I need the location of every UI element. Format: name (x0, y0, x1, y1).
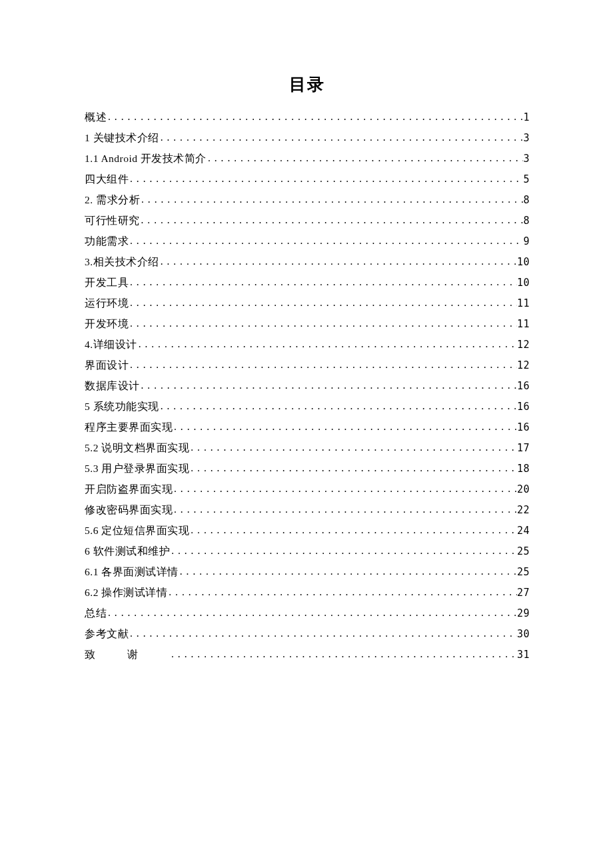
toc-entry-leader (170, 645, 517, 665)
toc-entry-label: 界面设计 (85, 355, 129, 375)
toc-entry-label: 6 软件测试和维护 (85, 541, 170, 561)
toc-entry-leader (173, 479, 517, 499)
toc-entry-leader (107, 107, 523, 127)
toc-entry-page: 16 (517, 397, 530, 417)
toc-title: 目录 (85, 73, 530, 95)
toc-entry-label: 概述 (85, 107, 107, 127)
toc-entry-label: 修改密码界面实现 (85, 500, 173, 520)
toc-entry-page: 11 (517, 293, 530, 313)
toc-entry: 开发环境11 (85, 314, 530, 335)
toc-entry-leader (107, 603, 517, 623)
toc-entry-leader (129, 624, 517, 644)
toc-entry: 6.2 操作测试详情27 (85, 583, 530, 603)
toc-entry-page: 10 (517, 273, 530, 293)
toc-entry-page: 1 (523, 107, 530, 127)
toc-entry-page: 3 (523, 149, 530, 169)
toc-entry-label: 总结 (85, 603, 107, 623)
toc-entry-page: 5 (523, 169, 530, 189)
toc-entry-label: 数据库设计 (85, 376, 140, 396)
toc-entry: 修改密码界面实现22 (85, 500, 530, 521)
toc-entry-label: 3.相关技术介绍 (85, 252, 159, 272)
toc-entry-label: 6.1 各界面测试详情 (85, 562, 179, 582)
toc-entry-leader (129, 314, 517, 334)
toc-entry: 4.详细设计12 (85, 335, 530, 355)
toc-entry-leader (179, 562, 517, 582)
toc-entry-page: 30 (517, 624, 530, 644)
toc-entry: 数据库设计16 (85, 376, 530, 397)
toc-entry-leader (129, 169, 523, 189)
toc-entry-page: 16 (517, 376, 530, 396)
toc-entry-leader (140, 376, 517, 396)
toc-entry-page: 11 (517, 314, 530, 334)
toc-entry-label: 1.1 Android 开发技术简介 (85, 149, 207, 169)
toc-entry: 总结29 (85, 603, 530, 624)
toc-entry-page: 8 (523, 190, 530, 210)
toc-entry-page: 31 (517, 645, 530, 665)
toc-entry: 5 系统功能实现 16 (85, 397, 530, 417)
toc-entry-label: 1 关键技术介绍 (85, 128, 159, 148)
toc-entry-page: 12 (517, 355, 530, 375)
toc-entry: 6 软件测试和维护 25 (85, 541, 530, 562)
toc-entry-label: 2. 需求分析 (85, 190, 140, 210)
toc-entry: 运行环境11 (85, 293, 530, 314)
toc-entry: 5.6 定位短信界面实现24 (85, 521, 530, 541)
toc-entry: 可行性研究8 (85, 211, 530, 231)
toc-entry-page: 3 (523, 128, 530, 148)
toc-entry-page: 9 (523, 231, 530, 251)
toc-entry: 1.1 Android 开发技术简介 3 (85, 149, 530, 169)
toc-list: 概述11 关键技术介绍31.1 Android 开发技术简介 3四大组件52. … (85, 107, 530, 665)
toc-entry-page: 29 (517, 603, 530, 623)
toc-entry-leader (159, 397, 517, 417)
toc-entry-label: 5.2 说明文档界面实现 (85, 438, 189, 458)
toc-entry-page: 25 (517, 541, 530, 561)
toc-entry-leader (159, 128, 524, 148)
toc-entry-leader (129, 273, 517, 293)
toc-entry-label: 5 系统功能实现 (85, 397, 159, 417)
toc-entry-leader (129, 293, 517, 313)
toc-entry-leader (129, 355, 517, 375)
toc-entry-label: 5.6 定位短信界面实现 (85, 521, 189, 541)
toc-entry-leader (189, 438, 517, 458)
toc-entry-leader (207, 149, 524, 169)
toc-entry: 参考文献30 (85, 624, 530, 645)
toc-entry-leader (189, 521, 517, 541)
toc-entry: 界面设计12 (85, 355, 530, 376)
toc-entry: 5.3 用户登录界面实现18 (85, 459, 530, 479)
toc-entry: 3.相关技术介绍10 (85, 252, 530, 273)
toc-entry-label: 程序主要界面实现 (85, 417, 173, 437)
toc-entry-leader (167, 583, 517, 603)
toc-entry-leader (189, 459, 517, 479)
toc-entry: 四大组件5 (85, 169, 530, 190)
toc-entry-label: 开发环境 (85, 314, 129, 334)
toc-entry-label: 开启防盗界面实现 (85, 479, 173, 499)
toc-entry-page: 17 (517, 438, 530, 458)
toc-entry-leader (137, 335, 517, 355)
toc-entry-label: 4.详细设计 (85, 335, 137, 355)
toc-entry: 开启防盗界面实现20 (85, 479, 530, 500)
toc-entry: 开发工具10 (85, 273, 530, 293)
toc-entry-label: 四大组件 (85, 169, 129, 189)
toc-entry-leader (159, 252, 517, 272)
toc-entry-leader (140, 190, 523, 210)
toc-entry-label: 开发工具 (85, 273, 129, 293)
toc-entry-leader (173, 417, 517, 437)
toc-entry-page: 25 (517, 562, 530, 582)
toc-entry-label: 功能需求 (85, 231, 129, 251)
toc-entry-page: 12 (517, 335, 530, 355)
toc-entry-page: 18 (517, 459, 530, 479)
toc-entry-label: 可行性研究 (85, 211, 140, 231)
toc-entry-leader (173, 500, 517, 520)
toc-entry-label: 运行环境 (85, 293, 129, 313)
toc-entry-leader (129, 231, 523, 251)
toc-entry: 程序主要界面实现16 (85, 417, 530, 438)
toc-entry: 1 关键技术介绍3 (85, 128, 530, 149)
toc-entry: 功能需求9 (85, 231, 530, 252)
toc-entry-page: 24 (517, 521, 530, 541)
toc-entry-page: 8 (523, 211, 530, 231)
toc-entry-label: 6.2 操作测试详情 (85, 583, 167, 603)
toc-entry-leader (170, 541, 517, 561)
toc-entry: 2. 需求分析8 (85, 190, 530, 211)
toc-entry: 概述1 (85, 107, 530, 128)
toc-entry: 6.1 各界面测试详情25 (85, 562, 530, 583)
toc-entry-label: 5.3 用户登录界面实现 (85, 459, 189, 479)
